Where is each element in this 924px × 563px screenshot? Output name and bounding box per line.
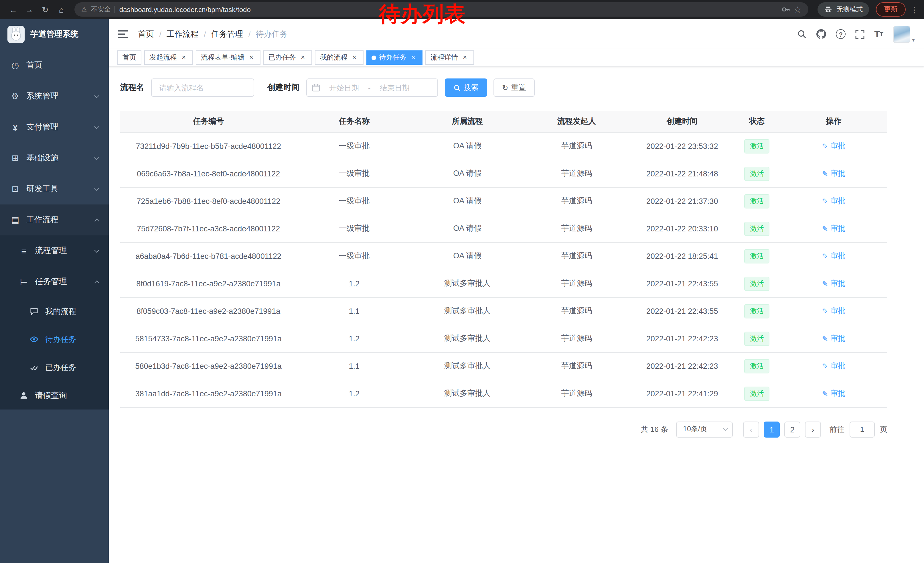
tab-label: 流程详情: [430, 53, 458, 62]
approve-link[interactable]: ✎审批: [822, 306, 845, 316]
tab-my-processes[interactable]: 我的流程 ×: [315, 50, 363, 65]
breadcrumb-item[interactable]: 任务管理: [211, 29, 243, 39]
status-badge: 激活: [744, 194, 770, 208]
created-cell: 2022-01-22 21:48:48: [630, 160, 734, 187]
tab-start-process[interactable]: 发起流程 ×: [144, 50, 193, 65]
initiator-cell: 芋道源码: [523, 215, 630, 242]
close-icon[interactable]: ×: [350, 54, 358, 62]
reload-icon[interactable]: ↻: [38, 2, 52, 17]
approve-link[interactable]: ✎审批: [822, 388, 845, 399]
sidebar-item-process-management[interactable]: ≡ 流程管理: [0, 236, 109, 266]
font-size-icon[interactable]: TT: [874, 30, 884, 39]
sidebar-item-label: 任务管理: [35, 277, 67, 287]
created-cell: 2022-01-21 22:43:55: [630, 297, 734, 325]
sidebar-item-payment[interactable]: ¥ 支付管理: [0, 112, 109, 143]
workflow-icon: ▤: [10, 215, 20, 225]
dashboard-icon: ◷: [10, 60, 20, 71]
sidebar-item-todo-tasks[interactable]: 待办任务: [0, 325, 109, 353]
reset-button[interactable]: ↻ 重置: [494, 78, 535, 97]
calendar-icon: [312, 84, 320, 92]
column-header: 状态: [734, 111, 780, 132]
sidebar-item-task-management[interactable]: ⊨ 任务管理: [0, 266, 109, 297]
update-button[interactable]: 更新: [876, 2, 906, 17]
close-icon[interactable]: ×: [180, 54, 188, 62]
goto-label: 前往: [830, 424, 844, 434]
task-name-cell: 一级审批: [297, 160, 412, 187]
bookmark-star-icon[interactable]: ☆: [794, 4, 801, 15]
status-badge: 激活: [744, 249, 770, 263]
range-separator: -: [368, 83, 371, 92]
close-icon[interactable]: ×: [461, 54, 469, 62]
key-icon[interactable]: [781, 5, 790, 14]
sidebar-item-home[interactable]: ◷ 首页: [0, 50, 109, 81]
page-button-2[interactable]: 2: [784, 421, 800, 437]
menu-kebab-icon[interactable]: ⋮: [910, 5, 918, 14]
task-id-cell: 381aa1dd-7ac8-11ec-a9e2-a2380e71991a: [120, 380, 297, 407]
edit-icon: ✎: [822, 142, 828, 150]
divider: [115, 6, 116, 13]
fullscreen-icon[interactable]: [855, 30, 864, 39]
table-row: 069c6a63-7b8a-11ec-8ef0-acde48001122 一级审…: [120, 160, 887, 187]
end-date-input[interactable]: [374, 83, 416, 92]
sidebar-toggle-icon[interactable]: [118, 30, 128, 38]
sidebar-item-infrastructure[interactable]: ⊞ 基础设施: [0, 143, 109, 174]
sidebar-item-workflow[interactable]: ▤ 工作流程: [0, 204, 109, 236]
next-page-button[interactable]: ›: [805, 421, 821, 437]
user-menu[interactable]: ▾: [893, 26, 915, 43]
approve-link[interactable]: ✎审批: [822, 361, 845, 371]
refresh-icon: ↻: [502, 83, 508, 92]
search-icon[interactable]: [797, 29, 807, 39]
close-icon[interactable]: ×: [248, 54, 255, 62]
home-icon[interactable]: ⌂: [54, 2, 69, 17]
avatar[interactable]: [893, 26, 910, 43]
search-button-label: 搜索: [464, 83, 478, 93]
close-icon[interactable]: ×: [410, 54, 417, 62]
approve-link[interactable]: ✎审批: [822, 251, 845, 261]
github-icon[interactable]: [816, 29, 826, 39]
sidebar-item-leave-query[interactable]: 请假查询: [0, 381, 109, 410]
approve-link[interactable]: ✎审批: [822, 278, 845, 289]
create-time-range-picker[interactable]: -: [306, 78, 438, 97]
app-logo[interactable]: 芋道管理系统: [0, 19, 109, 50]
approve-label: 审批: [830, 306, 845, 316]
approve-link[interactable]: ✎审批: [822, 224, 845, 234]
close-icon[interactable]: ×: [299, 54, 307, 62]
search-button[interactable]: 搜索: [445, 78, 487, 97]
process-name-input[interactable]: [151, 78, 254, 97]
tab-process-form-edit[interactable]: 流程表单-编辑 ×: [196, 50, 261, 65]
tab-label: 已办任务: [268, 53, 296, 62]
forward-icon[interactable]: →: [22, 2, 37, 17]
edit-icon: ✎: [822, 307, 828, 315]
process-cell: OA 请假: [412, 242, 523, 270]
sidebar-item-done-tasks[interactable]: 已办任务: [0, 353, 109, 381]
initiator-cell: 芋道源码: [523, 242, 630, 270]
tab-label: 首页: [123, 53, 136, 62]
sidebar-item-my-processes[interactable]: 我的流程: [0, 297, 109, 325]
tab-done-tasks[interactable]: 已办任务 ×: [263, 50, 312, 65]
task-name-cell: 1.2: [297, 325, 412, 352]
tab-home[interactable]: 首页: [117, 50, 141, 65]
table-header-row: 任务编号 任务名称 所属流程 流程发起人 创建时间 状态 操作: [120, 111, 887, 132]
back-icon[interactable]: ←: [6, 2, 21, 17]
goto-page-input[interactable]: [850, 421, 875, 437]
sidebar-item-devtools[interactable]: ⊡ 研发工具: [0, 174, 109, 204]
initiator-cell: 芋道源码: [523, 270, 630, 297]
tab-todo-tasks[interactable]: 待办任务 ×: [366, 50, 423, 65]
approve-link[interactable]: ✎审批: [822, 168, 845, 179]
tab-process-detail[interactable]: 流程详情 ×: [425, 50, 474, 65]
sidebar-item-system[interactable]: ⚙ 系统管理: [0, 81, 109, 112]
approve-link[interactable]: ✎审批: [822, 141, 845, 151]
start-date-input[interactable]: [323, 83, 365, 92]
page-size-value: 10条/页: [683, 424, 707, 434]
approve-link[interactable]: ✎审批: [822, 333, 845, 344]
prev-page-button[interactable]: ‹: [743, 421, 759, 437]
approve-link[interactable]: ✎审批: [822, 196, 845, 206]
pagination-total: 共 16 条: [641, 424, 668, 434]
task-name-cell: 1.2: [297, 380, 412, 407]
page-size-select[interactable]: 10条/页: [676, 421, 733, 437]
help-icon[interactable]: ?: [836, 29, 846, 39]
task-name-cell: 1.1: [297, 352, 412, 380]
page-button-1[interactable]: 1: [764, 421, 780, 437]
breadcrumb-item[interactable]: 工作流程: [166, 29, 199, 39]
breadcrumb-item[interactable]: 首页: [138, 29, 154, 39]
